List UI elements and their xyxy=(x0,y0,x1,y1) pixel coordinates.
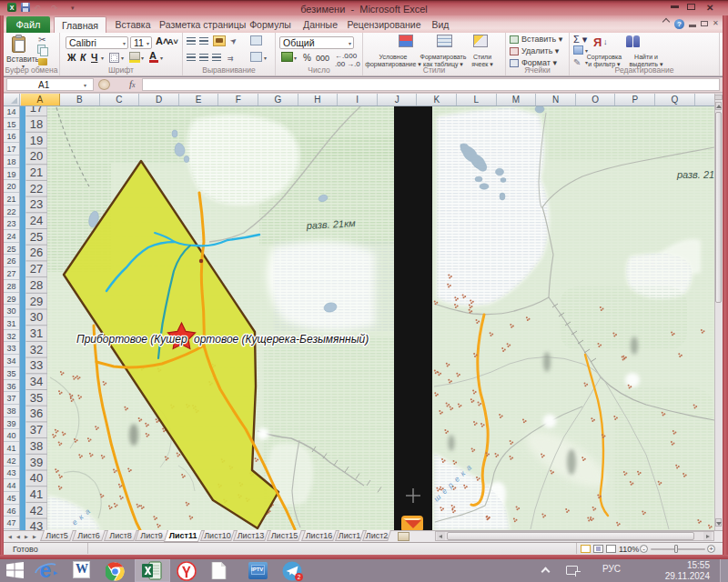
svg-text:22: 22 xyxy=(30,182,43,196)
svg-text:39: 39 xyxy=(30,456,43,469)
svg-text:36: 36 xyxy=(30,406,43,420)
svg-text:21: 21 xyxy=(30,166,43,179)
svg-text:40: 40 xyxy=(30,471,43,485)
svg-text:37: 37 xyxy=(30,423,43,436)
svg-text:34: 34 xyxy=(30,375,43,388)
svg-text:30: 30 xyxy=(30,310,43,324)
svg-text:24: 24 xyxy=(30,214,43,227)
svg-text:25: 25 xyxy=(30,230,43,244)
svg-text:43: 43 xyxy=(30,519,43,530)
svg-text:38: 38 xyxy=(30,439,43,453)
svg-text:17: 17 xyxy=(30,106,43,115)
svg-text:35: 35 xyxy=(30,391,43,405)
svg-text:32: 32 xyxy=(30,343,43,356)
svg-text:19: 19 xyxy=(30,134,43,147)
svg-text:27: 27 xyxy=(30,262,43,276)
svg-text:29: 29 xyxy=(30,295,43,308)
svg-text:20: 20 xyxy=(30,149,43,163)
svg-text:2: 2 xyxy=(298,574,301,580)
svg-text:31: 31 xyxy=(30,326,43,340)
svg-text:41: 41 xyxy=(30,487,43,501)
svg-text:разв. 21км: разв. 21км xyxy=(676,169,714,180)
svg-text:33: 33 xyxy=(30,358,43,372)
svg-text:ортовое (Кущерека-Безымянный): ортовое (Кущерека-Безымянный) xyxy=(194,333,369,346)
svg-text:42: 42 xyxy=(30,504,43,517)
svg-text:Прибортовое (Кушер: Прибортовое (Кушер xyxy=(76,333,187,346)
svg-text:23: 23 xyxy=(30,197,43,211)
svg-text:28: 28 xyxy=(30,278,43,292)
svg-text:18: 18 xyxy=(30,117,43,131)
svg-text:26: 26 xyxy=(30,246,43,259)
